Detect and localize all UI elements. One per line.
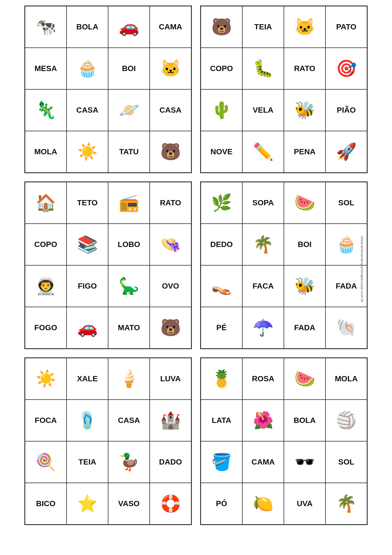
icon-cell: 🌵	[201, 89, 242, 131]
word-cell: LUVA	[150, 358, 191, 400]
word-cell: SOL	[325, 182, 367, 224]
oculos-icon: 🕶️	[294, 454, 315, 470]
radio-icon: 📻	[119, 195, 139, 211]
board-5: ☀️XALE🍦LUVAFOCA🩴CASA🏰🍭TEIA🦆DADOBICO⭐VASO…	[24, 357, 192, 525]
word-cell: BOI	[108, 48, 150, 89]
board-3: 🏠TETO📻RATOCOPO📚LOBO👒👨‍🚀FIGO🦕OVOFOGO🚗MATO…	[24, 181, 192, 349]
icon-cell: 🪐	[108, 89, 150, 131]
melancia-icon: 🍉	[294, 370, 315, 387]
icon-cell: 🚀	[325, 131, 367, 173]
icon-cell: 🐝	[284, 265, 325, 307]
abelha-icon: 🐝	[294, 278, 315, 294]
concha-icon: 🐚	[336, 319, 357, 336]
word-cell: COPO	[25, 224, 67, 265]
word-cell: FIGO	[67, 265, 108, 307]
board-row-2: 🏠TETO📻RATOCOPO📚LOBO👒👨‍🚀FIGO🦕OVOFOGO🚗MATO…	[5, 181, 387, 349]
word-cell: CASA	[108, 400, 150, 441]
sandalia-icon: 👡	[211, 278, 232, 294]
boia-icon: 🛟	[160, 495, 181, 512]
balde-icon: 🪣	[211, 454, 232, 470]
word-cell: TATU	[108, 131, 150, 173]
icon-cell: 🌴	[325, 483, 367, 524]
word-cell: BOLA	[67, 6, 108, 48]
word-cell: RATO	[150, 182, 191, 224]
icon-cell: ✏️	[242, 131, 284, 173]
word-cell: MATO	[108, 307, 150, 349]
abelha-icon: 🐝	[294, 102, 315, 118]
icon-cell: 🪣	[201, 441, 242, 483]
sol-icon: ☀️	[77, 143, 98, 160]
word-cell: TEIA	[242, 6, 284, 48]
icon-cell: 🐚	[325, 307, 367, 349]
word-cell: FADA	[284, 307, 325, 349]
word-cell: SOPA	[242, 182, 284, 224]
icon-cell: 📻	[108, 182, 150, 224]
sol-icon: ☀️	[35, 370, 56, 387]
casa-icon: 🏠	[35, 195, 56, 211]
word-cell: BICO	[25, 483, 67, 524]
word-cell: OVO	[150, 265, 191, 307]
folha-icon: 🌿	[211, 195, 232, 211]
word-cell: TEIA	[67, 441, 108, 483]
word-cell: XALE	[67, 358, 108, 400]
board-4: 🌿SOPA🍉SOLDEDO🌴BOI🧁👡FACA🐝FADAPÉ☂️FADA🐚	[200, 181, 368, 349]
word-cell: PIÃO	[325, 89, 367, 131]
word-cell: VASO	[108, 483, 150, 524]
word-cell: CAMA	[242, 441, 284, 483]
palmeira-icon: 🌴	[253, 236, 274, 253]
sorvete-icon: 🍦	[119, 370, 139, 387]
alvo-icon: 🎯	[336, 60, 357, 77]
icon-cell: 🎯	[325, 48, 367, 89]
icon-cell: 🦕	[108, 265, 150, 307]
word-cell: PÓ	[201, 483, 242, 524]
melancia-icon: 🍉	[294, 195, 315, 211]
word-cell: SOL	[325, 441, 367, 483]
icon-cell: 🐝	[284, 89, 325, 131]
icon-cell: 🍭	[25, 441, 67, 483]
pato-icon: 🦆	[119, 454, 139, 470]
chinelo-icon: 🩴	[77, 412, 98, 429]
icon-cell: 🐱	[150, 48, 191, 89]
word-cell: MESA	[25, 48, 67, 89]
icon-cell: 🕶️	[284, 441, 325, 483]
icon-cell: 🩴	[67, 400, 108, 441]
icon-cell: 🍉	[284, 182, 325, 224]
carro-icon: 🚗	[119, 19, 139, 35]
icon-cell: 🐱	[284, 6, 325, 48]
gato-icon: 🐱	[294, 19, 315, 35]
word-cell: BOI	[284, 224, 325, 265]
icon-cell: 🍉	[284, 358, 325, 400]
word-cell: DADO	[150, 441, 191, 483]
icon-cell: 🍋	[242, 483, 284, 524]
lapis-icon: ✏️	[253, 143, 274, 160]
flor-icon: 🌺	[253, 412, 274, 429]
limao-icon: 🍋	[253, 495, 274, 512]
board-1: 🐄BOLA🚗CAMAMESA🧁BOI🐱🦎CASA🪐CASAMOLA☀️TATU🐻	[24, 6, 192, 173]
astronauta-icon: 👨‍🚀	[35, 278, 56, 294]
board-row-3: ☀️XALE🍦LUVAFOCA🩴CASA🏰🍭TEIA🦆DADOBICO⭐VASO…	[5, 357, 387, 525]
icon-cell: 🏠	[25, 182, 67, 224]
word-cell: FACA	[242, 265, 284, 307]
gato-icon: 🐱	[160, 60, 181, 77]
icon-cell: 🏐	[325, 400, 367, 441]
vaca-icon: 🐄	[35, 19, 56, 35]
word-cell: COPO	[201, 48, 242, 89]
icon-cell: 🐻	[150, 307, 191, 349]
urso-icon: 🐻	[160, 319, 181, 336]
lagarto-icon: 🦎	[35, 102, 56, 118]
word-cell: MOLA	[325, 358, 367, 400]
livros-icon: 📚	[77, 236, 98, 253]
icon-cell: 🏰	[150, 400, 191, 441]
icon-cell: 👡	[201, 265, 242, 307]
lagarta-icon: 🐛	[253, 60, 274, 77]
board-row-1: 🐄BOLA🚗CAMAMESA🧁BOI🐱🦎CASA🪐CASAMOLA☀️TATU🐻…	[5, 6, 387, 173]
word-cell: MOLA	[25, 131, 67, 173]
icon-cell: 📚	[67, 224, 108, 265]
word-cell: DEDO	[201, 224, 242, 265]
icon-cell: ☀️	[67, 131, 108, 173]
word-cell: ROSA	[242, 358, 284, 400]
word-cell: PÉ	[201, 307, 242, 349]
icon-cell: 🌺	[242, 400, 284, 441]
icon-cell: ☂️	[242, 307, 284, 349]
board-2: 🐻TEIA🐱PATOCOPO🐛RATO🎯🌵VELA🐝PIÃONOVE✏️PENA…	[200, 6, 368, 173]
